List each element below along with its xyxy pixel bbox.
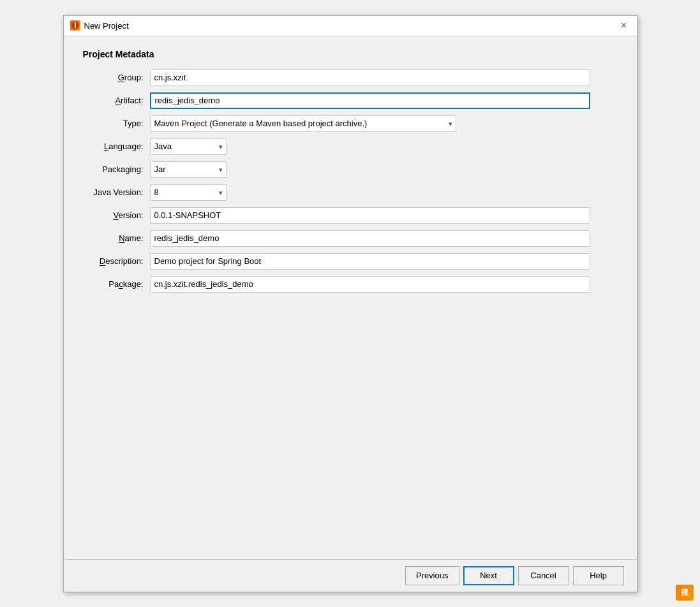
cancel-button[interactable]: Cancel bbox=[518, 566, 569, 585]
help-button[interactable]: Help bbox=[573, 566, 624, 585]
title-bar: I New Project × bbox=[64, 16, 637, 36]
next-button[interactable]: Next bbox=[463, 566, 514, 585]
java-version-select[interactable]: 8 bbox=[150, 184, 227, 201]
java-version-label: Java Version: bbox=[83, 187, 150, 197]
section-title: Project Metadata bbox=[83, 49, 618, 59]
sohu-badge: 搜 bbox=[676, 585, 694, 601]
packaging-select-wrapper: Jar bbox=[150, 161, 227, 178]
description-input[interactable] bbox=[150, 253, 590, 270]
name-label: Name: bbox=[83, 233, 150, 243]
language-select[interactable]: Java bbox=[150, 138, 227, 155]
version-input[interactable] bbox=[150, 207, 590, 224]
name-row: Name: bbox=[83, 230, 618, 247]
packaging-label: Packaging: bbox=[83, 165, 150, 174]
type-label: Type: bbox=[83, 119, 150, 128]
packaging-row: Packaging: Jar bbox=[83, 161, 618, 178]
java-version-select-wrapper: 8 bbox=[150, 184, 227, 201]
close-button[interactable]: × bbox=[618, 19, 630, 32]
type-row: Type: Maven Project (Generate a Maven ba… bbox=[83, 115, 618, 132]
name-input[interactable] bbox=[150, 230, 590, 247]
package-input[interactable] bbox=[150, 276, 590, 293]
group-label: Group: bbox=[83, 73, 150, 82]
language-select-wrapper: Java bbox=[150, 138, 227, 155]
language-label: Language: bbox=[83, 142, 150, 151]
version-label: Version: bbox=[83, 210, 150, 220]
dialog-wrapper: I New Project × Project Metadata Group: … bbox=[0, 0, 700, 607]
previous-button[interactable]: Previous bbox=[405, 566, 459, 585]
version-row: Version: bbox=[83, 207, 618, 224]
package-label: Package: bbox=[83, 279, 150, 289]
artifact-input[interactable] bbox=[150, 92, 590, 109]
dialog-body: Project Metadata Group: Artifact: Type: bbox=[64, 36, 637, 559]
artifact-row: Artifact: bbox=[83, 92, 618, 109]
svg-text:I: I bbox=[74, 21, 77, 30]
java-version-row: Java Version: 8 bbox=[83, 184, 618, 201]
description-row: Description: bbox=[83, 253, 618, 270]
type-select-wrapper: Maven Project (Generate a Maven based pr… bbox=[150, 115, 456, 132]
app-icon: I bbox=[70, 20, 80, 31]
dialog-footer: Previous Next Cancel Help bbox=[64, 559, 637, 592]
new-project-dialog: I New Project × Project Metadata Group: … bbox=[63, 15, 637, 592]
artifact-label: Artifact: bbox=[83, 96, 150, 105]
title-bar-left: I New Project bbox=[70, 20, 129, 31]
language-row: Language: Java bbox=[83, 138, 618, 155]
description-label: Description: bbox=[83, 256, 150, 266]
dialog-title: New Project bbox=[84, 21, 129, 31]
packaging-select[interactable]: Jar bbox=[150, 161, 227, 178]
package-row: Package: bbox=[83, 276, 618, 293]
type-select[interactable]: Maven Project (Generate a Maven based pr… bbox=[150, 115, 456, 132]
group-row: Group: bbox=[83, 69, 618, 86]
group-input[interactable] bbox=[150, 69, 590, 86]
